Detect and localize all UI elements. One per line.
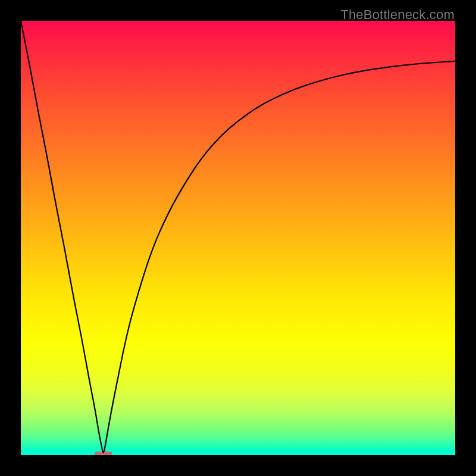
bottleneck-curve xyxy=(21,21,455,452)
watermark-text: TheBottleneck.com xyxy=(340,7,455,23)
chart-frame: TheBottleneck.com xyxy=(0,0,476,476)
curve-layer xyxy=(21,21,455,455)
plot-area xyxy=(21,21,455,455)
